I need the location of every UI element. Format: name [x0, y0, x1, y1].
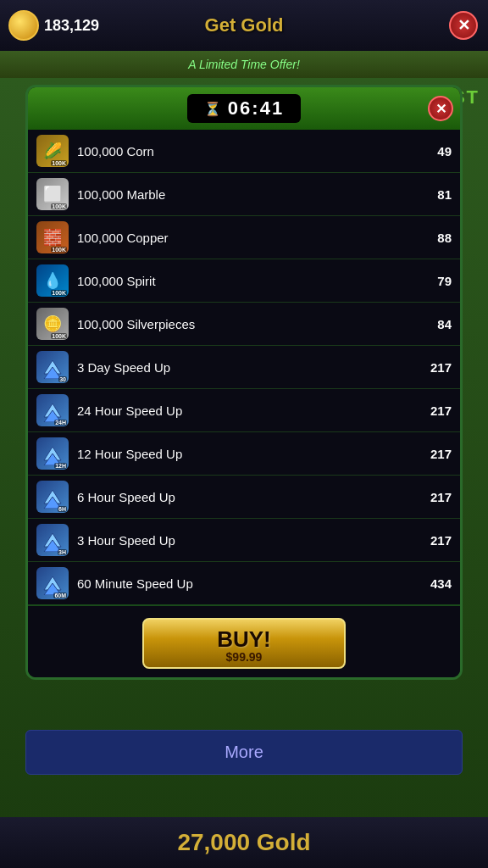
item-name-spirit: 100,000 Spirit [77, 274, 409, 288]
timer-display: 06:41 [228, 97, 284, 120]
item-name-24hour: 24 Hour Speed Up [77, 403, 409, 418]
bottom-bar: 27,000 Gold [0, 817, 488, 868]
buy-label: BUY! [217, 628, 271, 650]
gold-coin-icon [8, 10, 39, 41]
item-name-12hour: 12 Hour Speed Up [77, 447, 409, 461]
buy-button[interactable]: BUY! $99.99 [142, 618, 346, 669]
item-qty-corn: 49 [418, 144, 452, 159]
item-icon-spirit: 💧100K [36, 264, 69, 297]
item-qty-3hour: 217 [418, 533, 452, 548]
item-qty-6hour: 217 [418, 490, 452, 504]
list-item: 6H6 Hour Speed Up217 [28, 476, 460, 519]
item-name-6hour: 6 Hour Speed Up [77, 490, 409, 504]
list-item: 🪙100K100,000 Silverpieces84 [28, 303, 460, 346]
items-list: 🌽100K100,000 Corn49⬜100K100,000 Marble81… [28, 130, 460, 604]
item-icon-6hour: 6H [36, 481, 69, 513]
item-name-marble: 100,000 Marble [77, 187, 409, 202]
list-item: 12H12 Hour Speed Up217 [28, 432, 460, 476]
item-icon-copper: 🧱100K [36, 221, 69, 253]
bottom-gold-amount: 27,000 Gold [177, 829, 310, 856]
item-icon-12hour: 12H [36, 437, 69, 470]
item-qty-copper: 88 [418, 231, 452, 245]
item-qty-spirit: 79 [418, 274, 452, 288]
limited-time-banner: A Limited Time Offer! [0, 51, 488, 78]
list-item: ⬜100K100,000 Marble81 [28, 173, 460, 216]
list-item: 24H24 Hour Speed Up217 [28, 389, 460, 432]
top-bar: 183,129 Get Gold ✕ [0, 0, 488, 51]
item-name-60min: 60 Minute Speed Up [77, 576, 409, 591]
item-qty-3day: 217 [418, 360, 452, 375]
timer-box: ⏳ 06:41 [187, 94, 301, 123]
top-close-button[interactable]: ✕ [449, 11, 478, 40]
item-name-corn: 100,000 Corn [77, 144, 409, 159]
item-icon-marble: ⬜100K [36, 178, 69, 210]
list-item: 🌽100K100,000 Corn49 [28, 130, 460, 173]
buy-price: $99.99 [226, 650, 263, 664]
item-icon-silver: 🪙100K [36, 308, 69, 340]
item-icon-24hour: 24H [36, 394, 69, 426]
item-qty-60min: 434 [418, 576, 452, 591]
timer-header: ⏳ 06:41 ✕ [28, 87, 460, 130]
list-item: 60M60 Minute Speed Up434 [28, 562, 460, 604]
item-qty-12hour: 217 [418, 447, 452, 461]
more-button-area: More [25, 730, 463, 775]
more-button[interactable]: More [25, 730, 463, 775]
item-name-silver: 100,000 Silverpieces [77, 317, 409, 331]
item-name-copper: 100,000 Copper [77, 231, 409, 245]
item-qty-silver: 84 [418, 317, 452, 331]
item-qty-marble: 81 [418, 187, 452, 202]
timer-icon: ⏳ [204, 101, 221, 117]
dialog-close-button[interactable]: ✕ [428, 96, 453, 121]
item-icon-3hour: 3H [36, 524, 69, 556]
page-title: Get Gold [205, 14, 284, 36]
item-icon-corn: 🌽100K [36, 135, 69, 167]
list-item: 3H3 Hour Speed Up217 [28, 519, 460, 562]
item-qty-24hour: 217 [418, 403, 452, 418]
item-icon-60min: 60M [36, 567, 69, 599]
gold-amount: 183,129 [44, 17, 99, 35]
main-dialog: ⏳ 06:41 ✕ 🌽100K100,000 Corn49⬜100K100,00… [25, 85, 463, 680]
list-item: 🧱100K100,000 Copper88 [28, 216, 460, 259]
list-item: 💧100K100,000 Spirit79 [28, 259, 460, 303]
list-item: 303 Day Speed Up217 [28, 346, 460, 389]
buy-area: BUY! $99.99 [28, 604, 460, 677]
item-name-3hour: 3 Hour Speed Up [77, 533, 409, 548]
item-name-3day: 3 Day Speed Up [77, 360, 409, 375]
item-icon-3day: 30 [36, 351, 69, 383]
